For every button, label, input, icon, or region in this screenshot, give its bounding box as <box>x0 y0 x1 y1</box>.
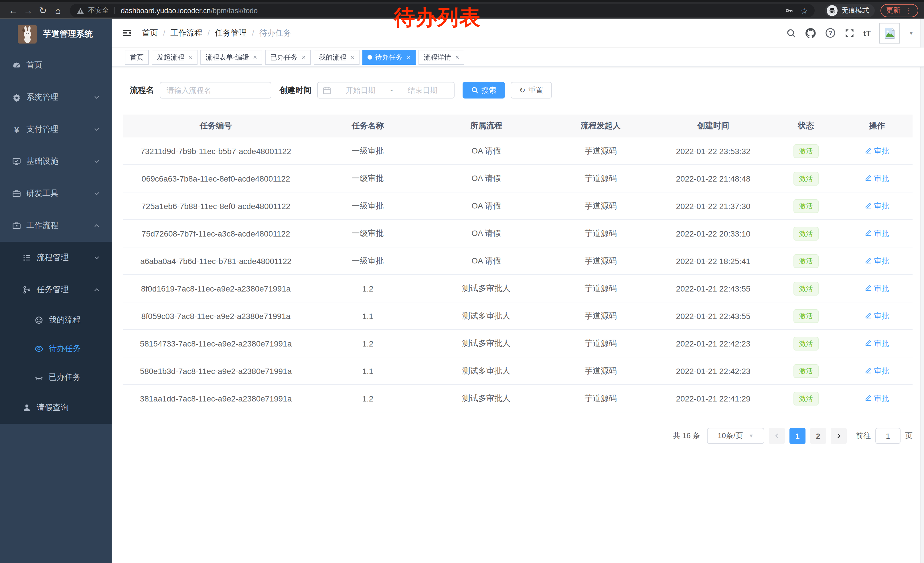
tab-item-4[interactable]: 我的流程× <box>314 50 360 65</box>
github-icon[interactable] <box>805 27 816 39</box>
sidebar-item-leave-query[interactable]: 请假查询 <box>0 392 112 424</box>
approve-action-link[interactable]: 审批 <box>865 311 889 321</box>
goto-page-input[interactable] <box>875 428 900 444</box>
browser-back-icon[interactable]: ← <box>6 6 21 16</box>
prev-page-button[interactable] <box>769 428 785 444</box>
sidebar-item-label: 任务管理 <box>37 285 69 295</box>
avatar-caret-down-icon[interactable]: ▼ <box>909 30 914 36</box>
approve-action-link[interactable]: 审批 <box>865 283 889 294</box>
close-tab-icon[interactable]: × <box>188 50 192 64</box>
end-date-placeholder[interactable]: 结束日期 <box>396 85 449 95</box>
yen-icon: ¥ <box>12 125 21 134</box>
chevron-down-icon <box>93 190 100 197</box>
sidebar-item-label: 已办任务 <box>49 372 81 383</box>
task-id-cell: 725a1eb6-7b88-11ec-8ef0-acde48001122 <box>123 201 309 210</box>
date-range-picker[interactable]: 开始日期 - 结束日期 <box>317 82 454 99</box>
search-icon[interactable] <box>786 28 796 38</box>
tab-item-3[interactable]: 已办任务× <box>265 50 311 65</box>
page-size-select[interactable]: 10条/页 ▼ <box>707 428 764 444</box>
close-tab-icon[interactable]: × <box>455 50 459 64</box>
sidebar-item-system-management[interactable]: 系统管理 <box>0 81 112 113</box>
password-key-icon[interactable] <box>785 6 794 15</box>
close-tab-icon[interactable]: × <box>406 50 411 64</box>
help-question-icon[interactable]: ? <box>825 27 836 38</box>
column-header: 流程发起人 <box>546 121 656 131</box>
task-name-cell: 一级审批 <box>309 256 427 266</box>
initiator-cell: 芋道源码 <box>546 146 656 156</box>
process-cell: OA 请假 <box>427 201 546 211</box>
security-label[interactable]: 不安全 <box>88 6 109 15</box>
sidebar-item-my-process[interactable]: 我的流程 <box>0 306 112 335</box>
gear-icon <box>12 93 21 102</box>
close-tab-icon[interactable]: × <box>253 50 257 64</box>
sidebar-item-label: 流程管理 <box>37 252 69 263</box>
browser-forward-icon[interactable]: → <box>21 6 36 16</box>
fullscreen-icon[interactable] <box>844 28 855 38</box>
approve-action-link[interactable]: 审批 <box>865 173 889 183</box>
tab-item-6[interactable]: 流程详情× <box>418 50 464 65</box>
tab-item-0[interactable]: 首页 <box>125 50 149 65</box>
browser-menu-icon[interactable]: ⋮ <box>905 6 912 15</box>
sidebar-logo-row[interactable]: 芋道管理系统 <box>0 19 112 49</box>
approve-action-link[interactable]: 审批 <box>865 338 889 348</box>
sidebar-item-done-tasks[interactable]: 已办任务 <box>0 363 112 392</box>
sidebar-item-todo-tasks[interactable]: 待办任务 <box>0 335 112 363</box>
tab-item-1[interactable]: 发起流程× <box>152 50 198 65</box>
next-page-button[interactable] <box>831 428 847 444</box>
breadcrumb-item[interactable]: 工作流程 <box>170 28 202 38</box>
close-tab-icon[interactable]: × <box>302 50 306 64</box>
breadcrumb-item[interactable]: 首页 <box>142 28 158 38</box>
table-row: a6aba0a4-7b6d-11ec-b781-acde48001122一级审批… <box>123 248 912 275</box>
bookmark-star-icon[interactable]: ☆ <box>801 6 808 15</box>
sidebar-item-payment-management[interactable]: ¥支付管理 <box>0 113 112 146</box>
tab-item-2[interactable]: 流程表单-编辑× <box>200 50 262 65</box>
status-badge: 激活 <box>794 144 819 158</box>
status-badge: 激活 <box>794 336 819 350</box>
sidebar-collapse-icon[interactable] <box>120 27 133 39</box>
approve-action-link[interactable]: 审批 <box>865 146 889 156</box>
approve-action-link[interactable]: 审批 <box>865 201 889 211</box>
update-label[interactable]: 更新 <box>886 6 900 15</box>
sidebar-item-task-management[interactable]: 任务管理 <box>0 274 112 306</box>
browser-home-icon[interactable]: ⌂ <box>50 6 65 16</box>
sidebar: 芋道管理系统 首页系统管理¥支付管理基础设施研发工具工作流程流程管理任务管理我的… <box>0 19 112 563</box>
approve-action-label: 审批 <box>874 256 889 266</box>
font-size-icon[interactable]: tT <box>863 29 871 38</box>
sidebar-item-infrastructure[interactable]: 基础设施 <box>0 146 112 177</box>
sidebar-item-process-management[interactable]: 流程管理 <box>0 242 112 274</box>
scrollbar-track[interactable] <box>920 19 924 563</box>
start-date-placeholder[interactable]: 开始日期 <box>334 85 387 95</box>
breadcrumb-item[interactable]: 任务管理 <box>215 28 247 38</box>
approve-action-label: 审批 <box>874 228 889 239</box>
page-number-button-1[interactable]: 1 <box>789 428 806 444</box>
process-name-input[interactable] <box>160 82 272 99</box>
created-time-cell: 2022-01-21 22:42:23 <box>656 339 771 348</box>
reset-button[interactable]: ↻ 重置 <box>511 82 552 99</box>
sidebar-item-dev-tools[interactable]: 研发工具 <box>0 177 112 210</box>
sidebar-item-label: 首页 <box>26 60 42 71</box>
approve-action-link[interactable]: 审批 <box>865 228 889 239</box>
task-id-cell: 58154733-7ac8-11ec-a9e2-a2380e71991a <box>123 339 309 348</box>
browser-update-button[interactable]: 更新 ⋮ <box>880 4 918 17</box>
column-header: 任务名称 <box>309 121 427 131</box>
sidebar-item-workflow[interactable]: 工作流程 <box>0 210 112 242</box>
task-name-cell: 1.2 <box>309 339 427 348</box>
task-name-cell: 一级审批 <box>309 228 427 239</box>
page-number-button-2[interactable]: 2 <box>810 428 826 444</box>
close-tab-icon[interactable]: × <box>350 50 354 64</box>
avatar[interactable] <box>879 23 900 43</box>
browser-reload-icon[interactable]: ↻ <box>36 5 50 16</box>
user-icon <box>22 403 32 412</box>
sidebar-item-home[interactable]: 首页 <box>0 49 112 81</box>
approve-action-link[interactable]: 审批 <box>865 366 889 376</box>
app-logo <box>18 25 37 44</box>
tab-item-5[interactable]: 待办任务× <box>362 50 416 65</box>
approve-action-link[interactable]: 审批 <box>865 393 889 404</box>
approve-action-link[interactable]: 审批 <box>865 256 889 266</box>
search-button[interactable]: 搜索 <box>463 82 505 99</box>
approve-action-label: 审批 <box>874 338 889 348</box>
chevron-down-icon <box>93 158 100 165</box>
approve-action-label: 审批 <box>874 201 889 211</box>
pagination: 共 16 条 10条/页 ▼ 12 前往 页 <box>123 428 912 444</box>
tab-label: 待办任务 <box>375 50 402 64</box>
